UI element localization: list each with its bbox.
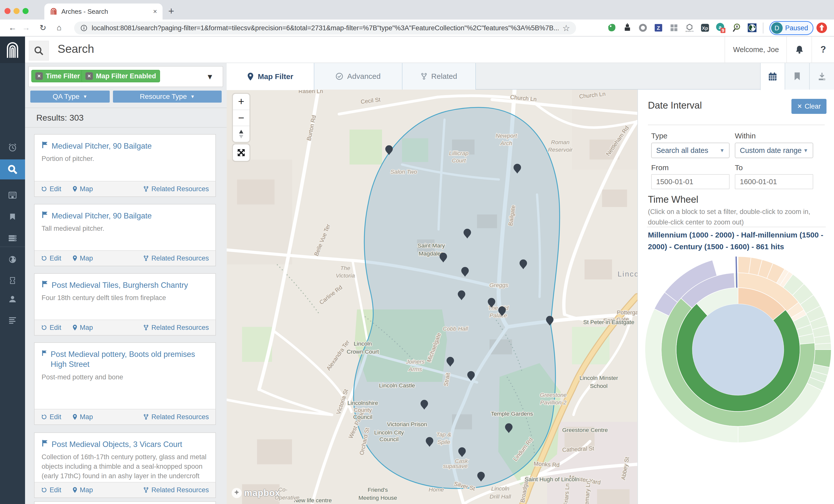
- extension-evernote-icon[interactable]: [606, 22, 618, 33]
- notifications-button[interactable]: [786, 37, 812, 63]
- sidebar-item-bookmarks[interactable]: [0, 206, 25, 227]
- arches-logo[interactable]: [0, 37, 25, 63]
- type-select[interactable]: Search all dates▼: [651, 143, 729, 158]
- toolbar-divider: [763, 23, 763, 33]
- time-wheel-chart[interactable]: [639, 255, 834, 445]
- edit-link[interactable]: Edit: [41, 486, 61, 494]
- tab-map-filter[interactable]: Map Filter: [227, 63, 314, 90]
- related-resources-link[interactable]: Related Resources: [143, 185, 209, 193]
- sidebar-item-ticket[interactable]: [0, 270, 25, 291]
- tab-export[interactable]: [809, 63, 834, 90]
- remove-filter-icon[interactable]: ×: [85, 72, 93, 80]
- browser-profile-chip[interactable]: D Paused: [769, 21, 813, 35]
- facet-button-qa-type[interactable]: QA Type▼: [30, 91, 110, 102]
- tab-related[interactable]: Related: [402, 63, 476, 90]
- map-link[interactable]: Map: [72, 324, 93, 331]
- extension-geojson-icon[interactable]: geojson.io: [684, 22, 695, 33]
- address-bar[interactable]: localhost:8081/search?paging-filter=1&fo…: [74, 22, 576, 35]
- active-filters-box[interactable]: × Time Filter × Map Filter Enabled ▼: [28, 66, 223, 87]
- type-label: Type: [651, 132, 667, 140]
- new-tab-button[interactable]: +: [168, 5, 174, 17]
- help-button[interactable]: ?: [811, 37, 834, 63]
- map-label: Meeting House: [358, 495, 397, 501]
- facet-button-resource-type[interactable]: Resource Type▼: [113, 91, 222, 102]
- map-label: Lincoln: [354, 340, 372, 347]
- edit-link[interactable]: Edit: [41, 185, 61, 193]
- extension-ring-icon[interactable]: [637, 22, 649, 33]
- sidebar-item-menu[interactable]: [0, 310, 25, 330]
- sidebar-item-search[interactable]: [0, 159, 25, 179]
- time-wheel-segment[interactable]: [815, 343, 831, 350]
- map-link[interactable]: Map: [72, 413, 93, 421]
- map-link[interactable]: Map: [72, 486, 93, 494]
- info-icon[interactable]: [80, 24, 88, 32]
- related-resources-link[interactable]: Related Resources: [143, 413, 209, 421]
- map-link[interactable]: Map: [72, 254, 93, 262]
- reload-icon[interactable]: ↻: [40, 23, 46, 32]
- map-canvas[interactable]: Rasen LnCecil StChurch LnChurch LnNettle…: [227, 90, 637, 504]
- clear-button[interactable]: ✕Clear: [791, 99, 827, 114]
- result-title-link[interactable]: Post Medieval Objects, 3 Vicars Court: [42, 439, 208, 450]
- tab-close-icon[interactable]: ×: [153, 8, 157, 16]
- sidebar-item-globe[interactable]: [0, 249, 25, 270]
- compass-control[interactable]: [233, 126, 249, 142]
- map-attribution[interactable]: mapbox: [231, 487, 280, 499]
- result-title-link[interactable]: Post Medieval Tiles, Burghersh Chantry: [42, 280, 208, 290]
- related-resources-link[interactable]: Related Resources: [143, 324, 209, 331]
- filter-chip-time[interactable]: × Time Filter: [31, 70, 84, 82]
- welcome-user[interactable]: Welcome, Joe: [725, 37, 787, 63]
- panel-title: Date Interval: [648, 100, 702, 111]
- fork-icon: [143, 487, 149, 493]
- extension-xp-icon[interactable]: Xp: [699, 22, 711, 33]
- map-link[interactable]: Map: [72, 185, 93, 193]
- tab-saved-searches[interactable]: [785, 63, 809, 90]
- edit-link[interactable]: Edit: [41, 413, 61, 421]
- from-input[interactable]: 1500-01-01: [651, 174, 729, 189]
- related-resources-link[interactable]: Related Resources: [143, 486, 209, 494]
- bookmark-star-icon[interactable]: ☆: [563, 23, 570, 33]
- result-title-link[interactable]: Post Medieval pottery, Boots old premise…: [42, 349, 208, 370]
- tab-time-filter[interactable]: [760, 63, 785, 90]
- extension-a-icon[interactable]: a9: [715, 22, 726, 33]
- chevron-down-icon[interactable]: ▼: [206, 73, 214, 81]
- map-label: School: [590, 383, 608, 389]
- time-wheel-center[interactable]: [693, 304, 784, 395]
- related-resources-link[interactable]: Related Resources: [143, 254, 209, 262]
- edit-link[interactable]: Edit: [41, 324, 61, 331]
- sidebar-item-graphs[interactable]: [0, 185, 25, 205]
- alarm-clock-icon: [7, 142, 18, 153]
- sidebar-item-recent[interactable]: [0, 137, 25, 158]
- window-close-button[interactable]: [4, 8, 10, 14]
- zoom-out-button[interactable]: −: [233, 110, 249, 127]
- zoom-in-button[interactable]: +: [233, 94, 249, 110]
- search-input[interactable]: Search: [58, 42, 94, 55]
- browser-tab[interactable]: Arches - Search ×: [44, 3, 162, 20]
- within-select[interactable]: Custom date range▼: [735, 143, 813, 158]
- result-title: Post Medieval pottery, Boots old premise…: [50, 349, 208, 370]
- forward-icon[interactable]: →: [22, 23, 30, 32]
- fork-icon: [143, 186, 149, 192]
- extension-globe-icon[interactable]: [746, 22, 758, 33]
- remove-filter-icon[interactable]: ×: [35, 72, 43, 80]
- filter-chip-map[interactable]: × Map Filter Enabled: [81, 70, 160, 82]
- tab-advanced[interactable]: Advanced: [314, 63, 402, 90]
- map-extent-button[interactable]: [233, 144, 249, 161]
- window-zoom-button[interactable]: [23, 8, 28, 14]
- window-minimize-button[interactable]: [14, 8, 20, 14]
- browser-update-icon[interactable]: [816, 22, 828, 33]
- extension-search-person-icon[interactable]: [731, 22, 742, 33]
- sidebar-item-profile[interactable]: [0, 289, 25, 309]
- sidebar-item-resources[interactable]: [0, 228, 25, 249]
- result-title-link[interactable]: Medieval Pitcher, 90 Bailgate: [42, 141, 208, 151]
- to-input[interactable]: 1600-01-01: [735, 174, 813, 189]
- edit-icon: [41, 414, 47, 420]
- map-zoom-controls[interactable]: + −: [233, 94, 249, 142]
- result-title-link[interactable]: Medieval Pitcher, 90 Bailgate: [42, 211, 208, 221]
- home-icon[interactable]: ⌂: [57, 23, 61, 32]
- extension-zotero-icon[interactable]: Z: [653, 22, 664, 33]
- edit-link[interactable]: Edit: [41, 254, 61, 262]
- extension-robot-icon[interactable]: [622, 22, 633, 33]
- type-value: Search all dates: [656, 146, 708, 155]
- back-icon[interactable]: ←: [8, 23, 17, 32]
- extension-grid-icon[interactable]: [668, 22, 680, 33]
